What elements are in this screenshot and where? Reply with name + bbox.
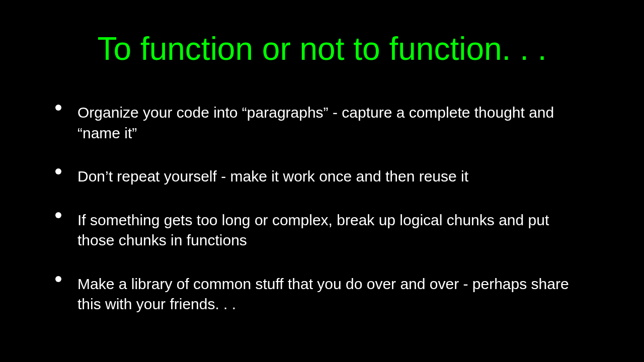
slide-title: To function or not to function. . . bbox=[45, 30, 599, 67]
bullet-item: If something gets too long or complex, b… bbox=[55, 210, 589, 251]
slide: To function or not to function. . . Orga… bbox=[0, 0, 644, 362]
bullet-item: Make a library of common stuff that you … bbox=[55, 274, 589, 315]
bullet-item: Organize your code into “paragraphs” - c… bbox=[55, 103, 589, 143]
bullet-list: Organize your code into “paragraphs” - c… bbox=[55, 103, 589, 315]
bullet-item: Don’t repeat yourself - make it work onc… bbox=[55, 166, 589, 187]
